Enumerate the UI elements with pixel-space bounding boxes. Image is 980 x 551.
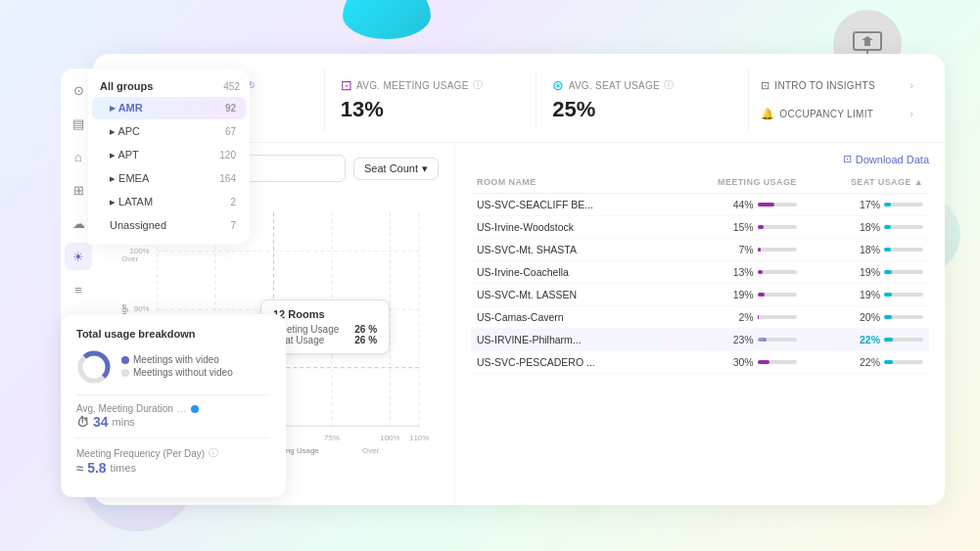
- monitor-small-icon: ⊡: [761, 79, 770, 92]
- clock-icon: ⏱: [76, 415, 89, 430]
- cell-room-name: US-IRVINE-Philharm...: [471, 329, 666, 351]
- sidebar-item-amr-count: 92: [225, 103, 236, 114]
- stat-avg-duration: Avg. Meeting Duration … ⏱ 34 mins: [76, 403, 270, 430]
- svg-text:90%: 90%: [134, 304, 150, 313]
- sidebar-item-unassigned-label: Unassigned: [110, 219, 166, 231]
- sidebar-nav: All groups 452 ▸ AMR 92 ▸ APC 67 ▸ APT 1…: [88, 69, 250, 245]
- sidebar-icon-sliders[interactable]: ≡: [65, 276, 92, 303]
- table-row: US-SVC-PESCADERO ...30%22%: [471, 351, 929, 374]
- table-row: US-SVC-Mt. SHASTA7%18%: [471, 239, 929, 261]
- chevron-right-icon-1: ›: [910, 80, 913, 91]
- table-header-row: ⊡ Download Data: [471, 153, 929, 165]
- cell-seat-usage: 22%: [803, 329, 929, 351]
- cell-seat-usage: 22%: [803, 351, 929, 374]
- avg-meeting-value: 13%: [341, 97, 521, 122]
- sidebar-item-apt-label: ▸ APT: [110, 149, 139, 161]
- svg-text:Over: Over: [362, 446, 379, 455]
- tooltip-seat-row: Seat Usage 26 %: [273, 335, 377, 345]
- sidebar-item-emea[interactable]: ▸ EMEA 164: [92, 167, 246, 190]
- legend-without-video: Meetings without video: [121, 367, 233, 378]
- donut-chart: [76, 349, 112, 385]
- download-data-button[interactable]: ⊡ Download Data: [843, 153, 929, 165]
- table-header: ROOM NAME MEETING USAGE SEAT USAGE ▲: [471, 173, 929, 194]
- avg-meeting-info-icon[interactable]: ⓘ: [473, 78, 483, 92]
- cell-room-name: US-Irvine-Coachella: [471, 261, 666, 284]
- link-intro-insights[interactable]: ⊡ INTRO TO INSIGHTS ›: [761, 75, 913, 96]
- cell-seat-usage: 19%: [803, 284, 929, 306]
- table-row: US-IRVINE-Philharm...23%22%: [471, 329, 929, 351]
- cell-room-name: US-SVC-PESCADERO ...: [471, 351, 666, 374]
- metric-links: ⊡ INTRO TO INSIGHTS › 🔔 OCCUPANCY LIMIT …: [749, 69, 925, 130]
- sidebar-item-emea-label: ▸ EMEA: [110, 172, 149, 185]
- sidebar-item-emea-count: 164: [219, 173, 236, 184]
- decorative-blob-top: [343, 0, 431, 39]
- avg-duration-value: ⏱ 34 mins: [76, 414, 270, 430]
- download-icon: ⊡: [843, 153, 852, 165]
- sidebar-item-unassigned[interactable]: Unassigned 7: [92, 214, 246, 236]
- cell-meeting-usage: 44%: [666, 194, 802, 216]
- table-row: US-Irvine-Woodstock15%18%: [471, 216, 929, 239]
- frequency-label: Meeting Frequency (Per Day) ⓘ: [76, 446, 270, 460]
- avg-duration-label: Avg. Meeting Duration …: [76, 403, 270, 414]
- cell-meeting-usage: 2%: [666, 306, 802, 329]
- avg-seat-info-icon[interactable]: ⓘ: [664, 78, 674, 92]
- download-label: Download Data: [856, 154, 929, 165]
- table-row: US-Camas-Cavern2%20%: [471, 306, 929, 329]
- cell-seat-usage: 20%: [803, 306, 929, 329]
- seat-count-dropdown[interactable]: Seat Count ▾: [353, 158, 439, 180]
- cell-meeting-usage: 23%: [666, 329, 802, 351]
- table-row: US-SVC-SEACLIFF BE...44%17%: [471, 194, 929, 216]
- cell-meeting-usage: 7%: [666, 239, 802, 261]
- sidebar-item-latam-label: ▸ LATAM: [110, 196, 153, 208]
- bottom-panel-title: Total usage breakdown: [76, 328, 270, 340]
- cell-seat-usage: 18%: [803, 216, 929, 239]
- divider-2: [76, 437, 270, 438]
- tooltip-meeting-value: 26 %: [354, 324, 377, 335]
- donut-legend: Meetings with video Meetings without vid…: [121, 354, 233, 380]
- avg-seat-value: 25%: [552, 97, 732, 122]
- cell-meeting-usage: 13%: [666, 261, 802, 284]
- cell-room-name: US-SVC-Mt. SHASTA: [471, 239, 666, 261]
- data-table: ROOM NAME MEETING USAGE SEAT USAGE ▲ US-…: [471, 173, 929, 374]
- metric-avg-seat-usage: ⊛ Avg. Seat Usage ⓘ 25%: [537, 69, 749, 130]
- col-meeting-usage[interactable]: MEETING USAGE: [666, 173, 802, 194]
- calendar-icon: ⊡: [341, 77, 352, 93]
- link-occupancy-limit[interactable]: 🔔 OCCUPANCY LIMIT ›: [761, 104, 913, 124]
- sidebar-item-amr[interactable]: ▸ AMR 92: [92, 97, 246, 119]
- cell-meeting-usage: 30%: [666, 351, 802, 374]
- divider-1: [76, 394, 270, 395]
- cell-room-name: US-SVC-SEACLIFF BE...: [471, 194, 666, 216]
- sidebar-item-apc-count: 67: [225, 126, 236, 137]
- freq-icon: ≈: [76, 461, 83, 476]
- sidebar-item-apt[interactable]: ▸ APT 120: [92, 144, 246, 166]
- frequency-info-icon[interactable]: ⓘ: [209, 446, 218, 460]
- sidebar-icon-bulb[interactable]: ☀: [65, 243, 92, 270]
- svg-text:100%: 100%: [380, 434, 399, 442]
- nav-all-groups-count: 452: [223, 81, 240, 92]
- svg-text:75%: 75%: [324, 434, 340, 442]
- legend-dot-video: [121, 356, 129, 364]
- tooltip-seat-value: 26 %: [354, 335, 377, 345]
- sidebar-item-apc-label: ▸ APC: [110, 125, 140, 138]
- cell-room-name: US-Irvine-Woodstock: [471, 216, 666, 239]
- sidebar-item-latam-count: 2: [230, 197, 236, 207]
- col-room-name[interactable]: ROOM NAME: [471, 173, 666, 194]
- bottom-stats-panel: Total usage breakdown Meetings with vide…: [61, 314, 286, 497]
- metric-avg-meeting-usage: ⊡ Avg. Meeting Usage ⓘ 13%: [325, 69, 537, 130]
- avg-duration-info-icon[interactable]: …: [177, 403, 187, 414]
- cell-seat-usage: 19%: [803, 261, 929, 284]
- blue-dot-indicator: [191, 405, 199, 413]
- donut-row: Meetings with video Meetings without vid…: [76, 349, 270, 385]
- sidebar-item-latam[interactable]: ▸ LATAM 2: [92, 191, 246, 213]
- col-seat-usage[interactable]: SEAT USAGE ▲: [803, 173, 929, 194]
- sidebar-item-apc[interactable]: ▸ APC 67: [92, 120, 246, 143]
- tooltip-title: 12 Rooms: [273, 308, 377, 320]
- cell-meeting-usage: 15%: [666, 216, 802, 239]
- avg-meeting-label: ⊡ Avg. Meeting Usage ⓘ: [341, 77, 521, 93]
- nav-all-groups[interactable]: All groups 452: [88, 76, 250, 96]
- svg-text:110%: 110%: [409, 434, 429, 442]
- table-row: US-SVC-Mt. LASSEN19%19%: [471, 284, 929, 306]
- table-row: US-Irvine-Coachella13%19%: [471, 261, 929, 284]
- legend-dot-no-video: [121, 369, 129, 377]
- legend-with-video: Meetings with video: [121, 354, 233, 365]
